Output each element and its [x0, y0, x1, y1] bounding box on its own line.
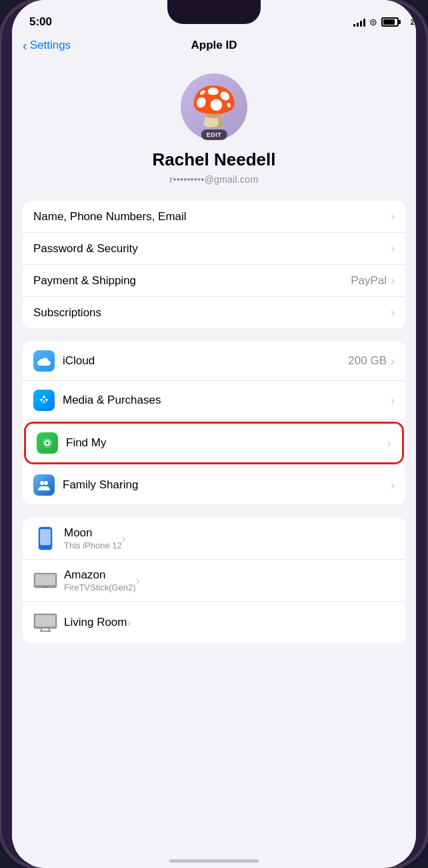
back-chevron-icon: ‹ — [23, 38, 27, 53]
chevron-right-icon: › — [391, 394, 395, 408]
settings-row-amazon[interactable]: Amazon FireTVStick(Gen2) › — [23, 560, 405, 602]
findmy-icon — [37, 432, 58, 454]
profile-email: r•••••••••@gmail.com — [170, 174, 259, 185]
svg-point-5 — [44, 481, 48, 485]
findmy-label: Find My — [66, 436, 387, 450]
tv-device-icon — [33, 610, 57, 634]
settings-row-livingroom[interactable]: Living Room › — [23, 602, 405, 643]
phone-frame: 5:00 ⊜ 24 ‹ Settings — [0, 0, 428, 868]
chevron-right-icon: › — [391, 209, 395, 224]
settings-row-name[interactable]: Name, Phone Numbers, Email › — [23, 201, 405, 233]
edit-badge[interactable]: EDIT — [201, 129, 227, 140]
payment-shipping-label: Payment & Shipping — [33, 274, 351, 288]
svg-rect-7 — [40, 529, 51, 545]
name-phone-email-label: Name, Phone Numbers, Email — [33, 210, 391, 224]
nav-bar: ‹ Settings Apple ID — [12, 36, 416, 60]
livingroom-device-info: Living Room — [64, 616, 127, 629]
settings-group-services: iCloud 200 GB › A Media & Purchases — [23, 342, 405, 504]
chevron-right-icon: › — [122, 532, 126, 546]
firetv-device-icon — [33, 568, 57, 592]
content-area: 🍄 EDIT Rachel Needell r•••••••••@gmail.c… — [12, 60, 416, 861]
settings-row-media[interactable]: A Media & Purchases › — [23, 381, 405, 420]
back-button[interactable]: ‹ Settings — [23, 38, 71, 53]
chevron-right-icon: › — [391, 354, 395, 368]
appstore-icon: A — [33, 390, 55, 411]
livingroom-label: Living Room — [64, 616, 127, 629]
status-bar: 5:00 ⊜ 24 — [12, 0, 416, 36]
chevron-right-icon: › — [391, 274, 395, 288]
status-icons: ⊜ 24 — [353, 17, 399, 27]
family-icon — [33, 474, 55, 496]
wifi-icon: ⊜ — [369, 17, 377, 27]
family-sharing-label: Family Sharing — [63, 478, 391, 492]
svg-rect-8 — [43, 546, 47, 548]
password-security-label: Password & Security — [33, 242, 391, 256]
notch — [167, 0, 261, 24]
phone-screen: 5:00 ⊜ 24 ‹ Settings — [12, 0, 416, 868]
battery-icon: 24 — [381, 17, 399, 27]
profile-name: Rachel Needell — [153, 149, 276, 170]
subscriptions-label: Subscriptions — [33, 306, 391, 320]
amazon-device-info: Amazon FireTVStick(Gen2) — [64, 568, 136, 592]
chevron-right-icon: › — [136, 574, 140, 588]
chevron-right-icon: › — [391, 478, 395, 492]
profile-section: 🍄 EDIT Rachel Needell r•••••••••@gmail.c… — [12, 60, 416, 201]
svg-rect-9 — [44, 528, 47, 528]
settings-row-family[interactable]: Family Sharing › — [23, 466, 405, 504]
moon-label: Moon — [64, 526, 122, 540]
settings-row-findmy[interactable]: Find My › — [26, 424, 402, 462]
settings-row-moon[interactable]: Moon This iPhone 12 › — [23, 518, 405, 560]
chevron-right-icon: › — [391, 306, 395, 320]
chevron-right-icon: › — [391, 242, 395, 256]
chevron-right-icon: › — [387, 436, 391, 450]
settings-group-account: Name, Phone Numbers, Email › Password & … — [23, 201, 405, 328]
amazon-label: Amazon — [64, 568, 136, 582]
status-time: 5:00 — [29, 15, 52, 29]
payment-value: PayPal — [351, 274, 387, 288]
find-my-highlight-border: Find My › — [24, 422, 404, 464]
find-my-highlight-wrapper: Find My › — [23, 420, 405, 466]
chevron-right-icon: › — [127, 616, 131, 630]
settings-row-icloud[interactable]: iCloud 200 GB › — [23, 342, 405, 381]
icloud-label: iCloud — [63, 354, 348, 368]
avatar-container[interactable]: 🍄 EDIT — [181, 73, 247, 140]
back-label: Settings — [30, 39, 71, 52]
settings-group-devices: Moon This iPhone 12 › A — [23, 518, 405, 643]
icloud-value: 200 GB — [348, 354, 387, 368]
iphone-device-icon — [33, 526, 57, 550]
icloud-icon — [33, 350, 55, 372]
moon-sublabel: This iPhone 12 — [64, 540, 122, 550]
battery-level: 24 — [411, 18, 416, 26]
svg-text:A: A — [42, 399, 46, 405]
media-purchases-label: Media & Purchases — [63, 394, 391, 407]
signal-bars-icon — [353, 17, 365, 27]
settings-row-payment[interactable]: Payment & Shipping PayPal › — [23, 265, 405, 297]
home-indicator — [169, 859, 259, 863]
svg-point-4 — [40, 481, 44, 485]
settings-row-subscriptions[interactable]: Subscriptions › — [23, 297, 405, 328]
svg-rect-12 — [43, 586, 47, 588]
svg-rect-14 — [35, 615, 55, 626]
svg-rect-11 — [35, 574, 55, 585]
page-title: Apple ID — [191, 39, 237, 52]
amazon-sublabel: FireTVStick(Gen2) — [64, 582, 136, 592]
avatar-emoji: 🍄 — [190, 87, 238, 126]
svg-point-3 — [46, 442, 49, 444]
settings-row-password[interactable]: Password & Security › — [23, 233, 405, 265]
moon-device-info: Moon This iPhone 12 — [64, 526, 122, 550]
